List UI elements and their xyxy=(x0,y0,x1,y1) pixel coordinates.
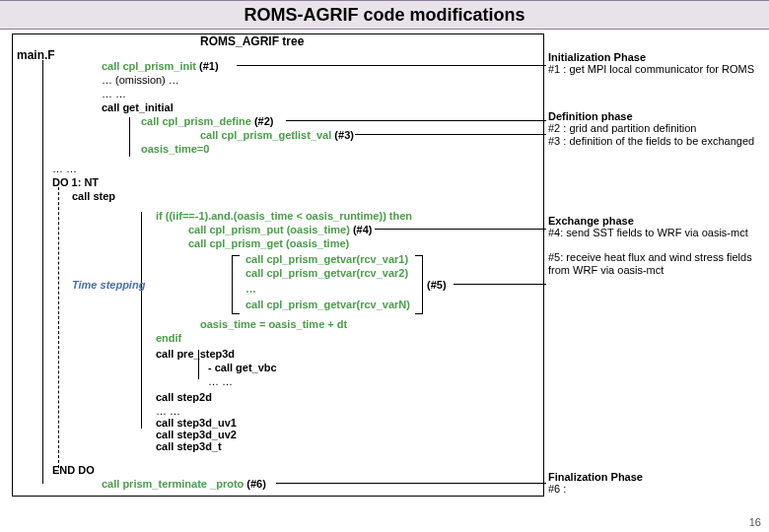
def-phase-text1: #2 : grid and partition definition xyxy=(548,122,760,135)
dots-4: … … xyxy=(156,405,180,417)
getvarN: call cpl_prism_getvar(rcv_varN) xyxy=(245,299,410,310)
tree-title: ROMS_AGRIF tree xyxy=(200,34,304,48)
step3d-uv1: call step3d_uv1 xyxy=(156,417,237,429)
put-call: call cpl_prism_put (oasis_time) (#4) xyxy=(188,224,372,235)
call-step: call step xyxy=(72,190,115,202)
init-vertical-line xyxy=(129,117,130,157)
step2d: call step2d xyxy=(156,391,212,403)
tag-2: (#2) xyxy=(254,115,274,127)
dots-3: … … xyxy=(208,375,233,387)
init-phase-title: Initialization Phase xyxy=(548,51,760,63)
tag-6: (#6) xyxy=(246,478,266,490)
final-phase-box: Finalization Phase #6 : xyxy=(548,471,760,496)
content-area: ROMS_AGRIF tree main.F call cpl_prism_in… xyxy=(0,30,769,532)
def-phase-text2: #3 : definition of the fields to be exch… xyxy=(548,135,760,148)
step3d-uv2: call step3d_uv2 xyxy=(156,429,237,440)
dots-1: … … xyxy=(102,88,126,100)
getvar-bracket-right xyxy=(415,255,423,314)
get-vbc: - call get_vbc xyxy=(208,362,277,373)
tag-1: (#1) xyxy=(199,60,219,72)
exchange-phase-text2: #5: receive heat flux and wind stress fi… xyxy=(548,251,760,277)
connector-3 xyxy=(355,134,546,135)
title-bar: ROMS-AGRIF code modifications xyxy=(0,0,769,30)
connector-4 xyxy=(375,229,546,230)
page-number: 16 xyxy=(749,516,761,528)
prism-define-call: call cpl_prism_define xyxy=(141,115,251,127)
do-loop: DO 1: NT xyxy=(52,176,99,188)
get-initial-call: call get_initial xyxy=(102,101,174,113)
oasis-time-dt: oasis_time = oasis_time + dt xyxy=(200,318,347,330)
tag-4: (#4) xyxy=(353,224,373,235)
terminate-call: call prism_terminate _proto (#6) xyxy=(102,478,266,490)
define-call: call cpl_prism_define (#2) xyxy=(141,115,274,127)
main-f-label: main.F xyxy=(17,48,55,62)
time-stepping-label: Time stepping xyxy=(72,279,145,291)
code-tree-box: ROMS_AGRIF tree main.F call cpl_prism_in… xyxy=(12,33,544,497)
init-phase-box: Initialization Phase #1 : get MPI local … xyxy=(548,51,760,76)
tag-5: (#5) xyxy=(427,279,447,291)
dots-2: … … xyxy=(52,163,77,174)
prism-put-call: call cpl_prism_put (oasis_time) xyxy=(188,224,350,235)
do-dashed-line xyxy=(58,182,59,468)
prism-init-call: call cpl_prism_init xyxy=(102,60,196,72)
final-phase-text: #6 : xyxy=(548,483,760,496)
init-phase-text: #1 : get MPI local communicator for ROMS xyxy=(548,63,760,76)
code-call-init: call cpl_prism_init (#1) xyxy=(102,60,219,72)
getvar-bracket-left xyxy=(232,255,240,314)
slide-title: ROMS-AGRIF code modifications xyxy=(244,5,524,26)
def-phase-title: Definition phase xyxy=(548,110,760,122)
omission-text: … (omission) … xyxy=(102,74,179,86)
pre-step3d: call pre_step3d xyxy=(156,348,235,360)
pre-vertical-line xyxy=(198,350,199,379)
get-call: call cpl_prism_get (oasis_time) xyxy=(188,237,349,249)
exchange-phase-text1: #4: send SST fields to WRF via oasis-mct xyxy=(548,227,760,239)
if-statement: if ((iif==-1).and.(oasis_time < oasis_ru… xyxy=(156,210,412,222)
endif: endif xyxy=(156,332,181,344)
getvar2: call cpl_prism_getvar(rcv_var2) xyxy=(245,267,408,279)
connector-1 xyxy=(237,65,546,66)
connector-2 xyxy=(286,120,546,121)
getlist-call: call cpl_prism_getlist_val (#3) xyxy=(200,129,354,141)
prism-terminate-call: call prism_terminate _proto xyxy=(102,478,244,490)
exchange-phase-title: Exchange phase xyxy=(548,215,760,227)
main-vertical-line xyxy=(42,60,43,484)
tag-3: (#3) xyxy=(334,129,354,141)
getvar-dots: … xyxy=(245,283,256,295)
final-phase-title: Finalization Phase xyxy=(548,471,760,483)
end-do: END DO xyxy=(52,464,95,476)
oasis-time-zero: oasis_time=0 xyxy=(141,143,209,155)
connector-5 xyxy=(454,284,546,285)
def-phase-box: Definition phase #2 : grid and partition… xyxy=(548,110,760,148)
exchange-phase-box: Exchange phase #4: send SST fields to WR… xyxy=(548,215,760,278)
step-vertical-line xyxy=(141,212,142,429)
connector-6 xyxy=(276,483,546,484)
prism-getlist-call: call cpl_prism_getlist_val xyxy=(200,129,331,141)
step3d-t: call step3d_t xyxy=(156,440,222,452)
getvar1: call cpl_prism_getvar(rcv_var1) xyxy=(245,253,408,265)
